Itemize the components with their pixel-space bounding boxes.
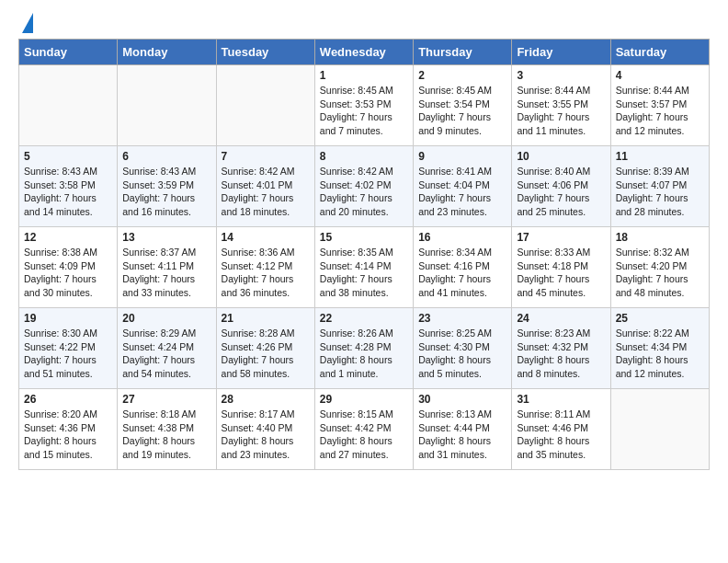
day-info: Sunrise: 8:17 AM Sunset: 4:40 PM Dayligh…: [222, 408, 310, 462]
day-number: 3: [517, 69, 605, 82]
day-cell: [19, 65, 118, 146]
day-number: 13: [122, 231, 210, 244]
day-cell: [118, 65, 216, 146]
day-number: 24: [517, 312, 605, 325]
day-number: 18: [616, 231, 704, 244]
day-number: 21: [222, 312, 310, 325]
day-cell: 4Sunrise: 8:44 AM Sunset: 3:57 PM Daylig…: [610, 65, 709, 146]
calendar-page: SundayMondayTuesdayWednesdayThursdayFrid…: [0, 0, 728, 487]
day-info: Sunrise: 8:25 AM Sunset: 4:30 PM Dayligh…: [418, 327, 506, 381]
week-row-4: 19Sunrise: 8:30 AM Sunset: 4:22 PM Dayli…: [19, 308, 710, 389]
day-cell: 10Sunrise: 8:40 AM Sunset: 4:06 PM Dayli…: [512, 146, 610, 227]
day-cell: [216, 65, 314, 146]
day-cell: 21Sunrise: 8:28 AM Sunset: 4:26 PM Dayli…: [216, 308, 314, 389]
day-info: Sunrise: 8:11 AM Sunset: 4:46 PM Dayligh…: [517, 408, 605, 462]
day-number: 11: [616, 150, 704, 163]
day-number: 12: [24, 231, 112, 244]
day-cell: 28Sunrise: 8:17 AM Sunset: 4:40 PM Dayli…: [216, 389, 314, 470]
day-info: Sunrise: 8:30 AM Sunset: 4:22 PM Dayligh…: [24, 327, 112, 381]
day-info: Sunrise: 8:45 AM Sunset: 3:54 PM Dayligh…: [418, 84, 506, 138]
day-number: 8: [320, 150, 408, 163]
day-number: 31: [517, 393, 605, 406]
day-cell: 27Sunrise: 8:18 AM Sunset: 4:38 PM Dayli…: [118, 389, 216, 470]
day-info: Sunrise: 8:35 AM Sunset: 4:14 PM Dayligh…: [320, 246, 408, 300]
week-row-5: 26Sunrise: 8:20 AM Sunset: 4:36 PM Dayli…: [19, 389, 710, 470]
day-number: 9: [418, 150, 506, 163]
day-cell: [610, 389, 709, 470]
week-row-1: 1Sunrise: 8:45 AM Sunset: 3:53 PM Daylig…: [19, 65, 710, 146]
day-info: Sunrise: 8:40 AM Sunset: 4:06 PM Dayligh…: [517, 165, 605, 219]
day-cell: 30Sunrise: 8:13 AM Sunset: 4:44 PM Dayli…: [414, 389, 512, 470]
header-cell-wednesday: Wednesday: [314, 40, 413, 65]
header-cell-sunday: Sunday: [19, 40, 118, 65]
day-info: Sunrise: 8:36 AM Sunset: 4:12 PM Dayligh…: [222, 246, 310, 300]
day-info: Sunrise: 8:37 AM Sunset: 4:11 PM Dayligh…: [122, 246, 210, 300]
day-cell: 26Sunrise: 8:20 AM Sunset: 4:36 PM Dayli…: [19, 389, 118, 470]
header-cell-thursday: Thursday: [414, 40, 512, 65]
day-cell: 18Sunrise: 8:32 AM Sunset: 4:20 PM Dayli…: [610, 227, 709, 308]
day-cell: 7Sunrise: 8:42 AM Sunset: 4:01 PM Daylig…: [216, 146, 314, 227]
day-number: 20: [122, 312, 210, 325]
day-info: Sunrise: 8:22 AM Sunset: 4:34 PM Dayligh…: [616, 327, 704, 381]
day-number: 28: [222, 393, 310, 406]
week-row-3: 12Sunrise: 8:38 AM Sunset: 4:09 PM Dayli…: [19, 227, 710, 308]
day-number: 17: [517, 231, 605, 244]
day-number: 15: [320, 231, 408, 244]
day-cell: 6Sunrise: 8:43 AM Sunset: 3:59 PM Daylig…: [118, 146, 216, 227]
day-cell: 3Sunrise: 8:44 AM Sunset: 3:55 PM Daylig…: [512, 65, 610, 146]
day-number: 5: [24, 150, 112, 163]
week-row-2: 5Sunrise: 8:43 AM Sunset: 3:58 PM Daylig…: [19, 146, 710, 227]
day-cell: 12Sunrise: 8:38 AM Sunset: 4:09 PM Dayli…: [19, 227, 118, 308]
day-number: 26: [24, 393, 112, 406]
day-info: Sunrise: 8:18 AM Sunset: 4:38 PM Dayligh…: [122, 408, 210, 462]
day-info: Sunrise: 8:45 AM Sunset: 3:53 PM Dayligh…: [320, 84, 408, 138]
day-cell: 11Sunrise: 8:39 AM Sunset: 4:07 PM Dayli…: [610, 146, 709, 227]
day-info: Sunrise: 8:42 AM Sunset: 4:02 PM Dayligh…: [320, 165, 408, 219]
day-number: 19: [24, 312, 112, 325]
day-number: 4: [616, 69, 704, 82]
day-info: Sunrise: 8:28 AM Sunset: 4:26 PM Dayligh…: [222, 327, 310, 381]
day-number: 29: [320, 393, 408, 406]
day-number: 6: [122, 150, 210, 163]
calendar-table: SundayMondayTuesdayWednesdayThursdayFrid…: [18, 39, 710, 470]
day-info: Sunrise: 8:13 AM Sunset: 4:44 PM Dayligh…: [418, 408, 506, 462]
day-number: 2: [418, 69, 506, 82]
header-cell-friday: Friday: [512, 40, 610, 65]
day-cell: 25Sunrise: 8:22 AM Sunset: 4:34 PM Dayli…: [610, 308, 709, 389]
header: [18, 17, 710, 33]
day-cell: 20Sunrise: 8:29 AM Sunset: 4:24 PM Dayli…: [118, 308, 216, 389]
header-cell-monday: Monday: [118, 40, 216, 65]
day-info: Sunrise: 8:38 AM Sunset: 4:09 PM Dayligh…: [24, 246, 112, 300]
day-info: Sunrise: 8:15 AM Sunset: 4:42 PM Dayligh…: [320, 408, 408, 462]
logo-triangle-icon: [22, 13, 33, 33]
day-info: Sunrise: 8:43 AM Sunset: 3:59 PM Dayligh…: [122, 165, 210, 219]
day-info: Sunrise: 8:39 AM Sunset: 4:07 PM Dayligh…: [616, 165, 704, 219]
day-info: Sunrise: 8:23 AM Sunset: 4:32 PM Dayligh…: [517, 327, 605, 381]
header-cell-saturday: Saturday: [610, 40, 709, 65]
header-cell-tuesday: Tuesday: [216, 40, 314, 65]
day-cell: 31Sunrise: 8:11 AM Sunset: 4:46 PM Dayli…: [512, 389, 610, 470]
day-cell: 14Sunrise: 8:36 AM Sunset: 4:12 PM Dayli…: [216, 227, 314, 308]
day-info: Sunrise: 8:42 AM Sunset: 4:01 PM Dayligh…: [222, 165, 310, 219]
day-cell: 29Sunrise: 8:15 AM Sunset: 4:42 PM Dayli…: [314, 389, 413, 470]
day-cell: 13Sunrise: 8:37 AM Sunset: 4:11 PM Dayli…: [118, 227, 216, 308]
day-cell: 9Sunrise: 8:41 AM Sunset: 4:04 PM Daylig…: [414, 146, 512, 227]
day-info: Sunrise: 8:20 AM Sunset: 4:36 PM Dayligh…: [24, 408, 112, 462]
day-cell: 17Sunrise: 8:33 AM Sunset: 4:18 PM Dayli…: [512, 227, 610, 308]
day-info: Sunrise: 8:32 AM Sunset: 4:20 PM Dayligh…: [616, 246, 704, 300]
day-number: 22: [320, 312, 408, 325]
day-number: 23: [418, 312, 506, 325]
day-cell: 24Sunrise: 8:23 AM Sunset: 4:32 PM Dayli…: [512, 308, 610, 389]
day-cell: 1Sunrise: 8:45 AM Sunset: 3:53 PM Daylig…: [314, 65, 413, 146]
day-cell: 15Sunrise: 8:35 AM Sunset: 4:14 PM Dayli…: [314, 227, 413, 308]
day-info: Sunrise: 8:26 AM Sunset: 4:28 PM Dayligh…: [320, 327, 408, 381]
day-info: Sunrise: 8:33 AM Sunset: 4:18 PM Dayligh…: [517, 246, 605, 300]
day-number: 7: [222, 150, 310, 163]
day-number: 1: [320, 69, 408, 82]
day-cell: 19Sunrise: 8:30 AM Sunset: 4:22 PM Dayli…: [19, 308, 118, 389]
day-cell: 2Sunrise: 8:45 AM Sunset: 3:54 PM Daylig…: [414, 65, 512, 146]
day-cell: 8Sunrise: 8:42 AM Sunset: 4:02 PM Daylig…: [314, 146, 413, 227]
logo: [18, 17, 33, 33]
day-number: 14: [222, 231, 310, 244]
day-cell: 23Sunrise: 8:25 AM Sunset: 4:30 PM Dayli…: [414, 308, 512, 389]
